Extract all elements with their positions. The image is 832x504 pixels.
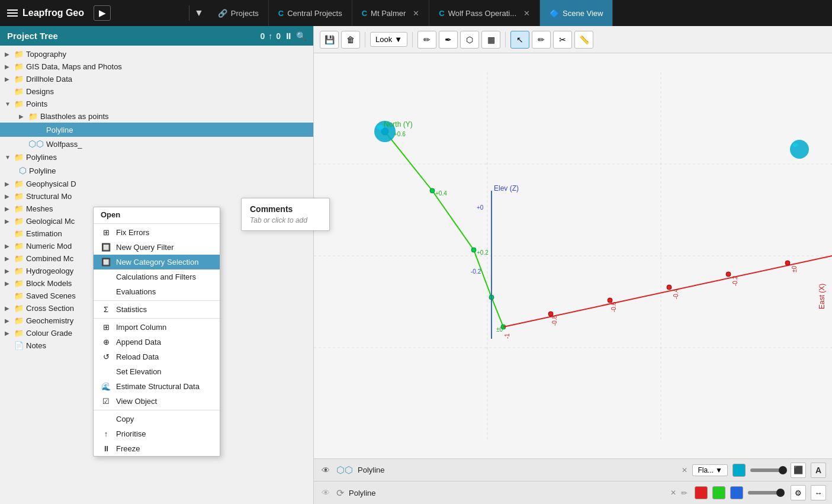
svg-point-21 <box>792 143 798 147</box>
menu-import-column[interactable]: ⊞ Import Column <box>94 320 220 335</box>
toolbar-pen-btn[interactable]: ✒ <box>439 31 458 49</box>
legend-slider-thumb-2[interactable] <box>776 489 785 497</box>
svg-text:±0: ±0 <box>791 266 798 272</box>
legend-polyline-label-2: Polyline <box>349 489 666 497</box>
tab-wolfpass[interactable]: C Wolf Pass Operati... ✕ <box>429 0 540 26</box>
wolfpass-close[interactable]: ✕ <box>523 9 530 18</box>
toolbar-draw-btn[interactable]: ✏ <box>417 31 436 49</box>
menu-new-category-selection[interactable]: 🔲 New Category Selection <box>94 255 220 269</box>
toolbar-line-btn[interactable]: ✏ <box>532 31 551 49</box>
toolbar-save-btn[interactable]: 💾 <box>320 31 339 49</box>
tree-polyline2[interactable]: ⬡ Polyline <box>0 163 313 178</box>
legend-eye-1[interactable]: 👁 <box>320 466 332 475</box>
context-menu: Open ⊞ Fix Errors 🔲 New Query Filter 🔲 N… <box>93 207 220 457</box>
mtpalmer-close[interactable]: ✕ <box>413 9 419 18</box>
svg-point-19 <box>377 125 384 130</box>
svg-point-14 <box>667 285 672 290</box>
scene-canvas[interactable]: North (Y) Elev (Z) East (X) +0.6 +0.4 +0… <box>314 53 832 458</box>
toolbar: 💾 🗑 Look ▼ ✏ ✒ ⬡ ▦ ↖ ✏ ✂ 📏 <box>314 26 832 53</box>
svg-text:-0.8: -0.8 <box>551 315 558 326</box>
legend-close-2[interactable]: ✕ <box>670 489 676 497</box>
menu-prioritise[interactable]: ↑ Prioritise <box>94 426 220 441</box>
hamburger-menu[interactable] <box>7 9 18 17</box>
toolbar-delete-btn[interactable]: 🗑 <box>341 31 360 49</box>
toolbar-select-btn[interactable]: ↖ <box>510 31 529 49</box>
legend-edit-2[interactable]: ✏ <box>681 489 688 497</box>
legend-eye-2[interactable]: 👁 <box>320 488 332 497</box>
legend-icon-btn-2[interactable]: ⚙ <box>791 485 806 500</box>
menu-separator-4 <box>94 410 220 410</box>
svg-text:North (Y): North (Y) <box>384 120 413 129</box>
structural-icon: 🌊 <box>101 382 111 391</box>
tab-sceneview[interactable]: 🔷 Scene View <box>540 0 613 26</box>
menu-set-elevation[interactable]: Set Elevation <box>94 364 220 379</box>
menu-statistics[interactable]: Σ Statistics <box>94 302 220 317</box>
header-actions: 0 ↑ 0 ⏸ 🔍 <box>260 31 306 41</box>
toolbar-sep3 <box>505 32 506 47</box>
menu-new-query-filter[interactable]: 🔲 New Query Filter <box>94 240 220 255</box>
menu-view-object[interactable]: ☑ View Object <box>94 394 220 409</box>
tree-polyline1[interactable]: ⬡⬡ Polyline <box>0 123 313 137</box>
legend-close-1[interactable]: ✕ <box>682 466 688 474</box>
legend-slider-track-1[interactable] <box>750 468 786 472</box>
pause-btn[interactable]: ⏸ <box>284 31 293 41</box>
query-filter-icon: 🔲 <box>101 243 111 252</box>
tree-gis[interactable]: ▶ 📁 GIS Data, Maps and Photos <box>0 60 313 73</box>
toolbar-sep1 <box>365 32 365 47</box>
menu-append-data[interactable]: ⊕ Append Data <box>94 335 220 349</box>
menu-separator-1 <box>94 223 220 224</box>
play-button[interactable]: ▶ <box>94 5 111 21</box>
tree-blastholes[interactable]: ▶ 📁 Blastholes as points <box>0 110 313 123</box>
menu-evaluations[interactable]: Evaluations <box>94 284 220 299</box>
legend-row-1: 👁 ⬡⬡ Polyline ✕ Fla... ▼ ⬛ A <box>314 459 832 481</box>
legend-color-swatch-1[interactable] <box>733 464 746 477</box>
svg-point-7 <box>430 188 435 193</box>
menu-copy[interactable]: Copy <box>94 412 220 426</box>
tab-mtpalmer[interactable]: C Mt Palmer ✕ <box>352 0 430 26</box>
legend-a-btn-1[interactable]: A <box>811 463 826 478</box>
menu-estimate-structural[interactable]: 🌊 Estimate Structural Data <box>94 379 220 394</box>
toolbar-measure-btn[interactable]: 📏 <box>574 31 593 49</box>
tree-topography[interactable]: ▶ 📁 Topography <box>0 48 313 60</box>
svg-text:+0.2: +0.2 <box>477 249 489 256</box>
svg-point-8 <box>471 248 476 252</box>
tree-drillhole[interactable]: ▶ 📁 Drillhole Data <box>0 73 313 85</box>
tab-projects[interactable]: 🔗 Projects <box>208 0 269 26</box>
tree-designs[interactable]: 📁 Designs <box>0 85 313 98</box>
legend-icon-btn-1[interactable]: ⬛ <box>791 463 806 478</box>
tab-bar: ▼ 🔗 Projects C Central Projects C Mt Pal… <box>189 0 832 26</box>
toolbar-cut-btn[interactable]: ✂ <box>553 31 572 49</box>
tab-central[interactable]: C Central Projects <box>269 0 352 26</box>
menu-freeze[interactable]: ⏸ Freeze <box>94 441 220 456</box>
legend-swatch-red[interactable] <box>695 486 708 499</box>
toolbar-polygon-btn[interactable]: ⬡ <box>460 31 479 49</box>
fla-label: Fla... <box>698 466 714 474</box>
svg-point-15 <box>726 272 731 277</box>
legend-slider-1 <box>750 468 786 472</box>
comments-popup[interactable]: Comments Tab or click to add <box>241 198 330 231</box>
legend-fla-dropdown[interactable]: Fla... ▼ <box>692 464 728 476</box>
menu-reload-data[interactable]: ↺ Reload Data <box>94 349 220 364</box>
tree-geophysical[interactable]: ▶ 📁 Geophysical D <box>0 178 313 190</box>
tree-polylines[interactable]: ▼ 📁 Polylines <box>0 151 313 163</box>
look-dropdown[interactable]: Look ▼ <box>370 32 407 47</box>
menu-open-label: Open <box>94 207 220 222</box>
up-arrow[interactable]: ↑ <box>268 31 272 41</box>
svg-text:±0: ±0 <box>496 326 503 333</box>
svg-text:+0.4: +0.4 <box>435 190 447 197</box>
legend-icon-btn-3[interactable]: ↔ <box>811 485 826 500</box>
tree-wolfpass-item[interactable]: ⬡⬡ Wolfpass_ <box>0 137 313 151</box>
menu-calculations-filters[interactable]: Calculations and Filters <box>94 269 220 284</box>
legend-swatch-blue[interactable] <box>730 486 743 499</box>
legend-slider-track-2[interactable] <box>748 491 783 495</box>
search-btn[interactable]: 🔍 <box>296 31 306 41</box>
toolbar-sep2 <box>412 32 413 47</box>
menu-fix-errors[interactable]: ⊞ Fix Errors <box>94 225 220 240</box>
svg-text:-0.4: -0.4 <box>673 288 679 299</box>
tab-dropdown[interactable]: ▼ <box>189 8 208 18</box>
toolbar-rect-btn[interactable]: ▦ <box>481 31 500 49</box>
tree-points[interactable]: ▼ 📁 Points <box>0 98 313 110</box>
legend-slider-thumb-1[interactable] <box>779 466 787 474</box>
legend-swatch-green[interactable] <box>712 486 725 499</box>
legend-row-2: 👁 ⟳ Polyline ✕ ✏ ⚙ ↔ <box>314 481 832 504</box>
